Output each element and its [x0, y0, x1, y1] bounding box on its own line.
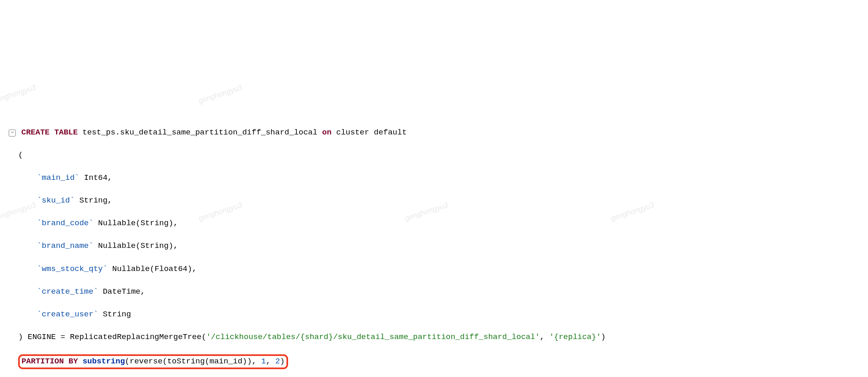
code-line: `brand_code` Nullable(String),: [4, 218, 864, 229]
col-name: `wms_stock_qty`: [37, 264, 108, 273]
code-line: PARTITION BY substring(reverse(toString(…: [4, 354, 864, 369]
code-line: `sku_id` String,: [4, 195, 864, 207]
col-name: `create_user`: [37, 310, 98, 319]
col-name: `sku_id`: [37, 196, 75, 205]
col-name: `main_id`: [37, 173, 80, 182]
code-line: `wms_stock_qty` Nullable(Float64),: [4, 264, 864, 275]
close-paren: ): [601, 332, 605, 342]
kw-create-table: CREATE TABLE: [21, 128, 78, 137]
watermark: genghongyu3: [0, 82, 37, 106]
number: 1: [261, 357, 266, 366]
close-paren: ): [280, 357, 284, 366]
col-type: Nullable(String),: [94, 219, 178, 228]
comma: ,: [266, 357, 275, 366]
col-type: String: [98, 310, 131, 319]
col-type: Int64,: [79, 173, 112, 182]
code-line: − CREATE TABLE test_ps.sku_detail_same_p…: [4, 127, 864, 139]
kw-partition-by: PARTITION BY: [21, 357, 82, 366]
col-type: DateTime,: [98, 287, 145, 296]
col-name: `create_time`: [37, 287, 98, 296]
string-literal: '/clickhouse/tables/{shard}/sku_detail_s…: [206, 332, 540, 342]
col-name: `brand_code`: [37, 219, 94, 228]
engine-prefix: ) ENGINE = ReplicatedReplacingMergeTree(: [18, 332, 206, 342]
col-type: String,: [75, 196, 112, 205]
kw-on: on: [322, 128, 332, 137]
code-line: `create_user` String: [4, 309, 864, 320]
col-name: `brand_name`: [37, 241, 94, 250]
highlight-partition-by: PARTITION BY substring(reverse(toString(…: [18, 354, 288, 369]
open-paren: (: [18, 151, 23, 160]
col-type: Nullable(String),: [94, 241, 178, 250]
number: 2: [275, 357, 280, 366]
table-name: test_ps.sku_detail_same_partition_diff_s…: [78, 128, 322, 137]
code-line: ) ENGINE = ReplicatedReplacingMergeTree(…: [4, 332, 864, 343]
fold-icon[interactable]: −: [9, 130, 16, 137]
code-line: (: [4, 150, 864, 161]
watermark: genghongyu3: [197, 82, 244, 106]
comma: ,: [540, 332, 549, 342]
string-literal: '{replica}': [549, 332, 601, 342]
code-line: `brand_name` Nullable(String),: [4, 240, 864, 252]
fn-args: (reverse(toString(main_id)),: [125, 357, 261, 366]
cluster-clause: cluster default: [331, 128, 406, 137]
col-type: Nullable(Float64),: [108, 264, 197, 273]
code-line: `main_id` Int64,: [4, 172, 864, 184]
code-line: `create_time` DateTime,: [4, 286, 864, 298]
fn-substring: substring: [82, 357, 125, 366]
